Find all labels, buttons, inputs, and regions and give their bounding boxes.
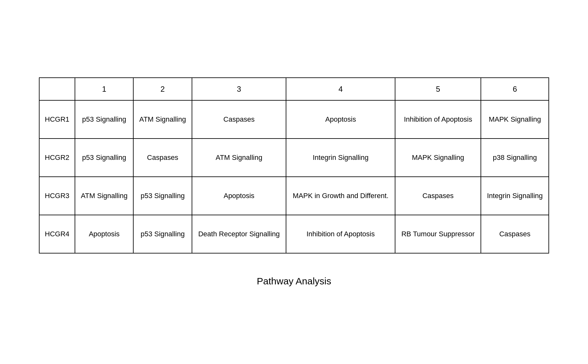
cell-r3-c0: Apoptosis bbox=[75, 215, 133, 253]
cell-r2-c2: Apoptosis bbox=[192, 177, 286, 215]
cell-r0-c0: p53 Signalling bbox=[75, 100, 133, 139]
cell-r1-c0: p53 Signalling bbox=[75, 139, 133, 177]
cell-r2-c3: MAPK in Growth and Different. bbox=[286, 177, 395, 215]
table-row: HCGR2p53 SignallingCaspasesATM Signallin… bbox=[39, 139, 549, 177]
pathway-table: 1 2 3 4 5 6 HCGR1p53 SignallingATM Signa… bbox=[39, 77, 549, 254]
cell-r3-c2: Death Receptor Signalling bbox=[192, 215, 286, 253]
cell-r1-c2: ATM Signalling bbox=[192, 139, 286, 177]
header-col-4: 4 bbox=[286, 78, 395, 101]
cell-r2-c5: Integrin Signalling bbox=[481, 177, 549, 215]
table-row: HCGR4Apoptosisp53 SignallingDeath Recept… bbox=[39, 215, 549, 253]
cell-r0-c1: ATM Signalling bbox=[133, 100, 192, 139]
row-header-0: HCGR1 bbox=[39, 100, 75, 139]
row-header-3: HCGR4 bbox=[39, 215, 75, 253]
cell-r3-c5: Caspases bbox=[481, 215, 549, 253]
cell-r1-c3: Integrin Signalling bbox=[286, 139, 395, 177]
cell-r0-c3: Apoptosis bbox=[286, 100, 395, 139]
header-col-3: 3 bbox=[192, 78, 286, 101]
table-row: HCGR1p53 SignallingATM SignallingCaspase… bbox=[39, 100, 549, 139]
cell-r3-c4: RB Tumour Suppressor bbox=[395, 215, 481, 253]
cell-r2-c4: Caspases bbox=[395, 177, 481, 215]
cell-r1-c5: p38 Signalling bbox=[481, 139, 549, 177]
header-empty bbox=[39, 78, 75, 101]
table-header-row: 1 2 3 4 5 6 bbox=[39, 78, 549, 101]
cell-r0-c4: Inhibition of Apoptosis bbox=[395, 100, 481, 139]
header-col-1: 1 bbox=[75, 78, 133, 101]
cell-r0-c2: Caspases bbox=[192, 100, 286, 139]
table-row: HCGR3ATM Signallingp53 SignallingApoptos… bbox=[39, 177, 549, 215]
cell-r2-c0: ATM Signalling bbox=[75, 177, 133, 215]
page-title: Pathway Analysis bbox=[257, 276, 331, 287]
table-wrapper: 1 2 3 4 5 6 HCGR1p53 SignallingATM Signa… bbox=[39, 77, 549, 254]
page-container: 1 2 3 4 5 6 HCGR1p53 SignallingATM Signa… bbox=[39, 77, 549, 287]
cell-r1-c1: Caspases bbox=[133, 139, 192, 177]
row-header-2: HCGR3 bbox=[39, 177, 75, 215]
cell-r0-c5: MAPK Signalling bbox=[481, 100, 549, 139]
cell-r3-c1: p53 Signalling bbox=[133, 215, 192, 253]
cell-r1-c4: MAPK Signalling bbox=[395, 139, 481, 177]
header-col-6: 6 bbox=[481, 78, 549, 101]
cell-r2-c1: p53 Signalling bbox=[133, 177, 192, 215]
header-col-2: 2 bbox=[133, 78, 192, 101]
row-header-1: HCGR2 bbox=[39, 139, 75, 177]
header-col-5: 5 bbox=[395, 78, 481, 101]
cell-r3-c3: Inhibition of Apoptosis bbox=[286, 215, 395, 253]
